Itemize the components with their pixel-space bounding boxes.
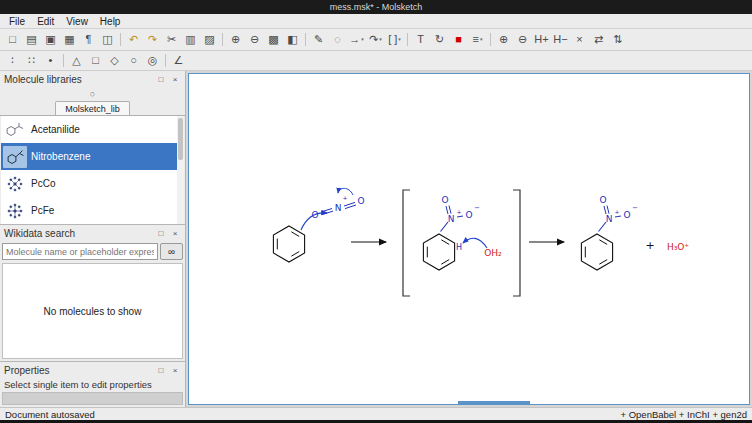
list-item-pcco[interactable]: PcCo — [1, 170, 184, 197]
diradical-tool-icon[interactable]: ∷ — [22, 52, 41, 69]
insert-image-icon[interactable]: ▩ — [264, 31, 283, 48]
menu-help[interactable]: Help — [94, 14, 127, 28]
atom-n[interactable]: N — [448, 214, 455, 224]
dropdown-caret-icon[interactable]: ▾ — [398, 32, 401, 47]
charge-minus-icon[interactable]: ⊖ — [513, 31, 532, 48]
drawing-canvas[interactable]: O N O + — [188, 73, 750, 405]
copy-icon[interactable]: ▥ — [181, 31, 200, 48]
right-bracket[interactable] — [513, 190, 520, 296]
lone-pair-tool-icon[interactable]: ∶ — [3, 52, 22, 69]
cyclopropane-template-icon[interactable]: △ — [67, 52, 86, 69]
list-item-pcfe[interactable]: PcFe — [1, 197, 184, 224]
menu-edit[interactable]: Edit — [31, 14, 60, 28]
canvas-area: O N O + — [186, 71, 752, 407]
save-document-icon[interactable]: ▣ — [41, 31, 60, 48]
menu-file[interactable]: File — [3, 14, 31, 28]
properties-panel-title: Properties — [4, 365, 153, 376]
open-document-icon[interactable]: ▤ — [22, 31, 41, 48]
charge-plus[interactable]: + — [614, 208, 619, 215]
horizontal-scrollbar-thumb[interactable] — [458, 401, 530, 404]
tab-molsketch-lib[interactable]: Molsketch_lib — [55, 101, 130, 115]
water-label[interactable]: OH₂ — [484, 248, 502, 258]
bond-angle-tool-icon[interactable]: ∠ — [169, 52, 188, 69]
remove-hydrogen-icon[interactable]: H− — [551, 31, 570, 48]
charge-minus[interactable]: − — [474, 204, 480, 212]
flip-horizontal-icon[interactable]: ⇄ — [589, 31, 608, 48]
close-panel-icon[interactable]: × — [169, 227, 181, 239]
atom-h[interactable]: H — [456, 243, 462, 252]
statusbar: Document autosaved + OpenBabel + InChI +… — [0, 407, 752, 420]
atom-n[interactable]: N — [335, 203, 342, 213]
lasso-tool-icon[interactable]: ◌ — [328, 31, 347, 48]
cyclohexane-template-icon[interactable]: ○ — [124, 52, 143, 69]
save-as-document-icon[interactable]: ▦ — [60, 31, 79, 48]
delete-tool-icon[interactable]: × — [570, 31, 589, 48]
dropdown-caret-icon[interactable]: ▾ — [379, 32, 382, 47]
atom-n[interactable]: N — [606, 214, 613, 224]
arenium-intermediate[interactable]: N O O + − H OH₂ — [423, 195, 502, 270]
main-toolbar: □▤▣▦¶◫↶↷✂▥▨⊕⊖▩◧✎◌→▾↷▾[ ]▾T↻■≡▾⊕⊖H+H−×⇄⇅ — [0, 29, 752, 51]
search-button[interactable]: ∞ — [160, 243, 183, 260]
new-document-icon[interactable]: □ — [3, 31, 22, 48]
nitronium-ion[interactable]: O N O + — [311, 188, 364, 220]
bracket-tool-icon[interactable]: [ ]▾ — [385, 31, 404, 48]
wikidata-search-input[interactable] — [2, 243, 158, 260]
library-menu-button[interactable]: ○ — [84, 88, 102, 100]
add-hydrogen-icon[interactable]: H+ — [532, 31, 551, 48]
benzene-template-icon[interactable]: ◎ — [143, 52, 162, 69]
mechanism-arrow-water[interactable] — [463, 238, 487, 248]
mechanism-arrow-tool-icon[interactable]: ↷▾ — [366, 31, 385, 48]
charge-plus[interactable]: + — [456, 208, 461, 215]
benzene-ring[interactable] — [423, 234, 454, 270]
left-bracket[interactable] — [403, 190, 410, 296]
atom-o[interactable]: O — [623, 210, 630, 220]
undo-icon[interactable]: ↶ — [124, 31, 143, 48]
line-width-icon[interactable]: ≡▾ — [468, 31, 487, 48]
float-panel-icon[interactable]: □ — [155, 227, 167, 239]
atom-o[interactable]: O — [465, 210, 472, 220]
charge-plus[interactable]: + — [342, 194, 347, 201]
atom-o[interactable]: O — [357, 196, 364, 206]
plus-sign[interactable]: + — [645, 239, 654, 252]
print-document-icon[interactable]: ¶ — [79, 31, 98, 48]
float-panel-icon[interactable]: □ — [155, 73, 167, 85]
radical-tool-icon[interactable]: • — [41, 52, 60, 69]
close-panel-icon[interactable]: × — [169, 364, 181, 376]
draw-tool-icon[interactable]: ✎ — [309, 31, 328, 48]
list-item-nitrobenzene[interactable]: Nitrobenzene — [1, 143, 184, 170]
flip-vertical-icon[interactable]: ⇅ — [608, 31, 627, 48]
nitrobenzene-product[interactable]: N O O + − — [581, 195, 638, 270]
redo-icon[interactable]: ↷ — [143, 31, 162, 48]
zoom-in-icon[interactable]: ⊕ — [226, 31, 245, 48]
text-tool-icon[interactable]: T — [411, 31, 430, 48]
cyclopentane-template-icon[interactable]: ◇ — [105, 52, 124, 69]
dropdown-caret-icon[interactable]: ▾ — [480, 32, 483, 47]
close-panel-icon[interactable]: × — [169, 73, 181, 85]
atom-o[interactable]: O — [599, 195, 606, 205]
cyclobutane-template-icon[interactable]: □ — [86, 52, 105, 69]
charge-minus[interactable]: − — [632, 204, 638, 212]
rotate-tool-icon[interactable]: ↻ — [430, 31, 449, 48]
scrollbar-thumb[interactable] — [178, 118, 183, 160]
export-image-icon[interactable]: ◧ — [283, 31, 302, 48]
molecule-library-list[interactable]: Acetanilide Nitrobenzene — [1, 116, 184, 224]
titlebar[interactable]: mess.msk* - Molsketch — [0, 0, 752, 14]
paste-icon[interactable]: ▨ — [200, 31, 219, 48]
charge-plus-icon[interactable]: ⊕ — [494, 31, 513, 48]
print-preview-icon[interactable]: ◫ — [98, 31, 117, 48]
benzene-ring[interactable] — [273, 226, 304, 262]
benzene-ring[interactable] — [581, 234, 612, 270]
list-item-acetanilide[interactable]: Acetanilide — [1, 116, 184, 143]
zoom-out-icon[interactable]: ⊖ — [245, 31, 264, 48]
dropdown-caret-icon[interactable]: ▾ — [361, 32, 364, 47]
atom-o[interactable]: O — [441, 195, 448, 205]
library-list-scrollbar[interactable] — [177, 116, 184, 224]
float-panel-icon[interactable]: □ — [155, 364, 167, 376]
cut-icon[interactable]: ✂ — [162, 31, 181, 48]
hydronium-label[interactable]: H₃O⁺ — [667, 242, 689, 252]
menu-view[interactable]: View — [60, 14, 94, 28]
reaction-scheme[interactable]: O N O + — [189, 74, 749, 404]
color-swatch-icon[interactable]: ■ — [449, 31, 468, 48]
atom-o[interactable]: O — [311, 210, 318, 220]
reaction-arrow-tool-icon[interactable]: →▾ — [347, 31, 366, 48]
